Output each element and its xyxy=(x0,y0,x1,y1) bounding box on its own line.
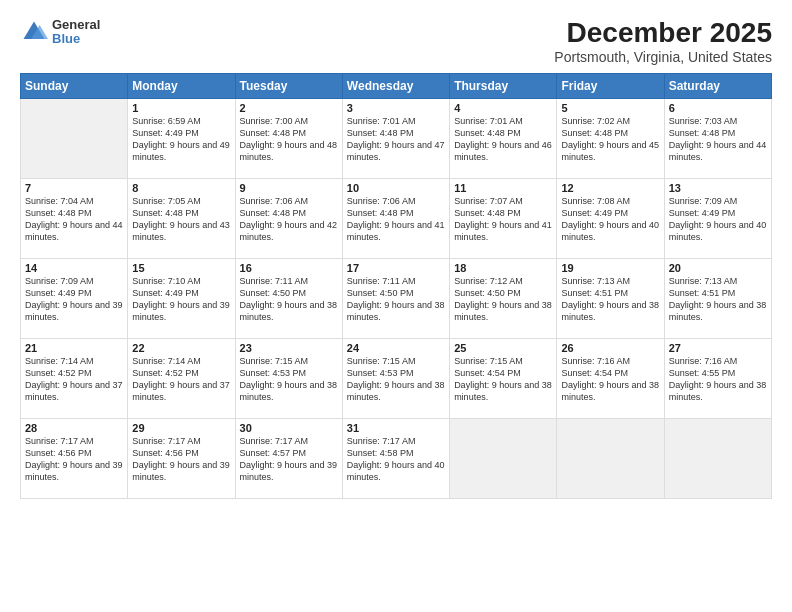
logo: General Blue xyxy=(20,18,100,47)
day-number: 6 xyxy=(669,102,767,114)
day-number: 9 xyxy=(240,182,338,194)
day-info: Sunrise: 7:06 AMSunset: 4:48 PMDaylight:… xyxy=(347,195,445,244)
day-cell-1-5: 12Sunrise: 7:08 AMSunset: 4:49 PMDayligh… xyxy=(557,178,664,258)
day-cell-1-6: 13Sunrise: 7:09 AMSunset: 4:49 PMDayligh… xyxy=(664,178,771,258)
day-cell-4-2: 30Sunrise: 7:17 AMSunset: 4:57 PMDayligh… xyxy=(235,418,342,498)
day-number: 21 xyxy=(25,342,123,354)
day-cell-3-4: 25Sunrise: 7:15 AMSunset: 4:54 PMDayligh… xyxy=(450,338,557,418)
logo-icon xyxy=(20,18,48,46)
day-number: 3 xyxy=(347,102,445,114)
day-number: 17 xyxy=(347,262,445,274)
day-cell-4-6 xyxy=(664,418,771,498)
logo-line2: Blue xyxy=(52,32,100,46)
day-info: Sunrise: 6:59 AMSunset: 4:49 PMDaylight:… xyxy=(132,115,230,164)
day-cell-4-4 xyxy=(450,418,557,498)
day-number: 7 xyxy=(25,182,123,194)
calendar-table: Sunday Monday Tuesday Wednesday Thursday… xyxy=(20,73,772,499)
day-info: Sunrise: 7:09 AMSunset: 4:49 PMDaylight:… xyxy=(669,195,767,244)
logo-text: General Blue xyxy=(52,18,100,47)
day-cell-3-6: 27Sunrise: 7:16 AMSunset: 4:55 PMDayligh… xyxy=(664,338,771,418)
day-info: Sunrise: 7:17 AMSunset: 4:58 PMDaylight:… xyxy=(347,435,445,484)
day-number: 26 xyxy=(561,342,659,354)
day-info: Sunrise: 7:01 AMSunset: 4:48 PMDaylight:… xyxy=(347,115,445,164)
day-info: Sunrise: 7:09 AMSunset: 4:49 PMDaylight:… xyxy=(25,275,123,324)
day-cell-1-1: 8Sunrise: 7:05 AMSunset: 4:48 PMDaylight… xyxy=(128,178,235,258)
page: General Blue December 2025 Portsmouth, V… xyxy=(0,0,792,612)
day-cell-0-5: 5Sunrise: 7:02 AMSunset: 4:48 PMDaylight… xyxy=(557,98,664,178)
day-number: 13 xyxy=(669,182,767,194)
day-cell-0-0 xyxy=(21,98,128,178)
header: General Blue December 2025 Portsmouth, V… xyxy=(20,18,772,65)
day-number: 22 xyxy=(132,342,230,354)
week-row-3: 14Sunrise: 7:09 AMSunset: 4:49 PMDayligh… xyxy=(21,258,772,338)
day-number: 31 xyxy=(347,422,445,434)
day-info: Sunrise: 7:15 AMSunset: 4:53 PMDaylight:… xyxy=(240,355,338,404)
day-cell-3-2: 23Sunrise: 7:15 AMSunset: 4:53 PMDayligh… xyxy=(235,338,342,418)
calendar-subtitle: Portsmouth, Virginia, United States xyxy=(554,49,772,65)
day-info: Sunrise: 7:14 AMSunset: 4:52 PMDaylight:… xyxy=(132,355,230,404)
day-info: Sunrise: 7:17 AMSunset: 4:57 PMDaylight:… xyxy=(240,435,338,484)
day-number: 4 xyxy=(454,102,552,114)
day-number: 11 xyxy=(454,182,552,194)
day-cell-3-0: 21Sunrise: 7:14 AMSunset: 4:52 PMDayligh… xyxy=(21,338,128,418)
day-cell-0-2: 2Sunrise: 7:00 AMSunset: 4:48 PMDaylight… xyxy=(235,98,342,178)
day-cell-2-5: 19Sunrise: 7:13 AMSunset: 4:51 PMDayligh… xyxy=(557,258,664,338)
day-number: 12 xyxy=(561,182,659,194)
day-number: 28 xyxy=(25,422,123,434)
day-info: Sunrise: 7:13 AMSunset: 4:51 PMDaylight:… xyxy=(561,275,659,324)
day-info: Sunrise: 7:15 AMSunset: 4:53 PMDaylight:… xyxy=(347,355,445,404)
title-block: December 2025 Portsmouth, Virginia, Unit… xyxy=(554,18,772,65)
header-sunday: Sunday xyxy=(21,73,128,98)
day-number: 30 xyxy=(240,422,338,434)
day-cell-2-4: 18Sunrise: 7:12 AMSunset: 4:50 PMDayligh… xyxy=(450,258,557,338)
day-info: Sunrise: 7:07 AMSunset: 4:48 PMDaylight:… xyxy=(454,195,552,244)
day-number: 18 xyxy=(454,262,552,274)
day-info: Sunrise: 7:17 AMSunset: 4:56 PMDaylight:… xyxy=(132,435,230,484)
day-info: Sunrise: 7:12 AMSunset: 4:50 PMDaylight:… xyxy=(454,275,552,324)
day-number: 2 xyxy=(240,102,338,114)
header-friday: Friday xyxy=(557,73,664,98)
day-info: Sunrise: 7:06 AMSunset: 4:48 PMDaylight:… xyxy=(240,195,338,244)
day-number: 19 xyxy=(561,262,659,274)
day-number: 27 xyxy=(669,342,767,354)
day-number: 16 xyxy=(240,262,338,274)
header-saturday: Saturday xyxy=(664,73,771,98)
day-info: Sunrise: 7:14 AMSunset: 4:52 PMDaylight:… xyxy=(25,355,123,404)
day-info: Sunrise: 7:11 AMSunset: 4:50 PMDaylight:… xyxy=(347,275,445,324)
day-cell-3-3: 24Sunrise: 7:15 AMSunset: 4:53 PMDayligh… xyxy=(342,338,449,418)
header-tuesday: Tuesday xyxy=(235,73,342,98)
day-info: Sunrise: 7:15 AMSunset: 4:54 PMDaylight:… xyxy=(454,355,552,404)
day-cell-2-3: 17Sunrise: 7:11 AMSunset: 4:50 PMDayligh… xyxy=(342,258,449,338)
day-cell-2-0: 14Sunrise: 7:09 AMSunset: 4:49 PMDayligh… xyxy=(21,258,128,338)
day-number: 25 xyxy=(454,342,552,354)
day-number: 8 xyxy=(132,182,230,194)
day-cell-2-2: 16Sunrise: 7:11 AMSunset: 4:50 PMDayligh… xyxy=(235,258,342,338)
day-cell-4-1: 29Sunrise: 7:17 AMSunset: 4:56 PMDayligh… xyxy=(128,418,235,498)
day-cell-4-3: 31Sunrise: 7:17 AMSunset: 4:58 PMDayligh… xyxy=(342,418,449,498)
day-number: 1 xyxy=(132,102,230,114)
day-number: 24 xyxy=(347,342,445,354)
day-number: 15 xyxy=(132,262,230,274)
day-cell-4-0: 28Sunrise: 7:17 AMSunset: 4:56 PMDayligh… xyxy=(21,418,128,498)
day-cell-3-5: 26Sunrise: 7:16 AMSunset: 4:54 PMDayligh… xyxy=(557,338,664,418)
day-number: 14 xyxy=(25,262,123,274)
day-cell-1-0: 7Sunrise: 7:04 AMSunset: 4:48 PMDaylight… xyxy=(21,178,128,258)
logo-line1: General xyxy=(52,18,100,32)
day-info: Sunrise: 7:04 AMSunset: 4:48 PMDaylight:… xyxy=(25,195,123,244)
header-wednesday: Wednesday xyxy=(342,73,449,98)
day-number: 10 xyxy=(347,182,445,194)
day-info: Sunrise: 7:11 AMSunset: 4:50 PMDaylight:… xyxy=(240,275,338,324)
day-cell-1-4: 11Sunrise: 7:07 AMSunset: 4:48 PMDayligh… xyxy=(450,178,557,258)
day-cell-0-3: 3Sunrise: 7:01 AMSunset: 4:48 PMDaylight… xyxy=(342,98,449,178)
header-monday: Monday xyxy=(128,73,235,98)
header-thursday: Thursday xyxy=(450,73,557,98)
calendar-header-row: Sunday Monday Tuesday Wednesday Thursday… xyxy=(21,73,772,98)
day-number: 5 xyxy=(561,102,659,114)
day-cell-2-1: 15Sunrise: 7:10 AMSunset: 4:49 PMDayligh… xyxy=(128,258,235,338)
day-info: Sunrise: 7:17 AMSunset: 4:56 PMDaylight:… xyxy=(25,435,123,484)
day-cell-2-6: 20Sunrise: 7:13 AMSunset: 4:51 PMDayligh… xyxy=(664,258,771,338)
day-info: Sunrise: 7:16 AMSunset: 4:55 PMDaylight:… xyxy=(669,355,767,404)
day-cell-3-1: 22Sunrise: 7:14 AMSunset: 4:52 PMDayligh… xyxy=(128,338,235,418)
day-info: Sunrise: 7:02 AMSunset: 4:48 PMDaylight:… xyxy=(561,115,659,164)
day-info: Sunrise: 7:01 AMSunset: 4:48 PMDaylight:… xyxy=(454,115,552,164)
